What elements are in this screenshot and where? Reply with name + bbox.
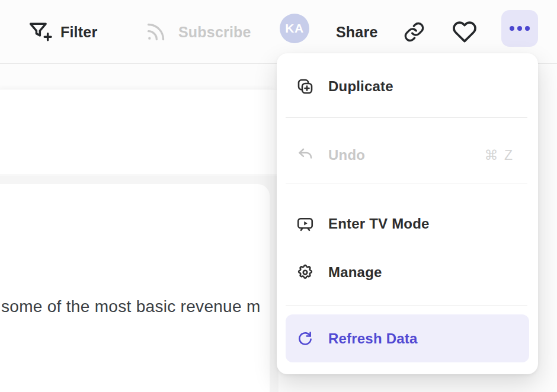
gear-icon xyxy=(296,264,314,281)
menu-item-duplicate[interactable]: Duplicate xyxy=(286,72,529,101)
heart-icon xyxy=(452,19,478,45)
rss-icon xyxy=(144,20,168,44)
background-card-content: some of the most basic revenue m xyxy=(0,184,270,392)
refresh-icon xyxy=(296,330,314,348)
menu-divider xyxy=(286,117,527,118)
subscribe-button[interactable]: Subscribe xyxy=(144,0,251,64)
avatar[interactable]: KA xyxy=(280,14,309,43)
menu-item-label: Undo xyxy=(328,147,365,163)
app-screen: some of the most basic revenue m Filter … xyxy=(0,0,557,392)
more-options-menu: Duplicate Undo ⌘ Z Enter TV M xyxy=(277,53,538,374)
more-options-button[interactable] xyxy=(501,10,538,47)
keyboard-shortcut: ⌘ Z xyxy=(485,147,514,163)
dashboard-description-text: some of the most basic revenue m xyxy=(1,297,261,316)
filter-label: Filter xyxy=(60,24,97,41)
menu-item-enter-tv-mode[interactable]: Enter TV Mode xyxy=(286,210,529,238)
filter-button[interactable]: Filter xyxy=(27,0,97,64)
menu-divider xyxy=(286,184,527,184)
menu-item-label: Manage xyxy=(328,264,382,281)
menu-item-undo: Undo ⌘ Z xyxy=(286,141,529,169)
menu-item-label: Enter TV Mode xyxy=(328,216,430,232)
menu-item-manage[interactable]: Manage xyxy=(286,258,529,287)
background-card-top xyxy=(0,89,278,175)
undo-icon xyxy=(296,146,314,164)
duplicate-icon xyxy=(296,78,314,95)
link-icon xyxy=(402,20,426,44)
filter-plus-icon xyxy=(27,20,52,44)
share-label: Share xyxy=(336,24,377,41)
menu-item-label: Refresh Data xyxy=(328,330,417,347)
menu-item-label: Duplicate xyxy=(328,78,393,95)
ellipsis-icon xyxy=(510,26,514,31)
menu-divider xyxy=(286,305,527,306)
tv-icon xyxy=(296,215,314,233)
subscribe-label: Subscribe xyxy=(178,24,251,41)
menu-item-refresh-data[interactable]: Refresh Data xyxy=(286,314,529,362)
